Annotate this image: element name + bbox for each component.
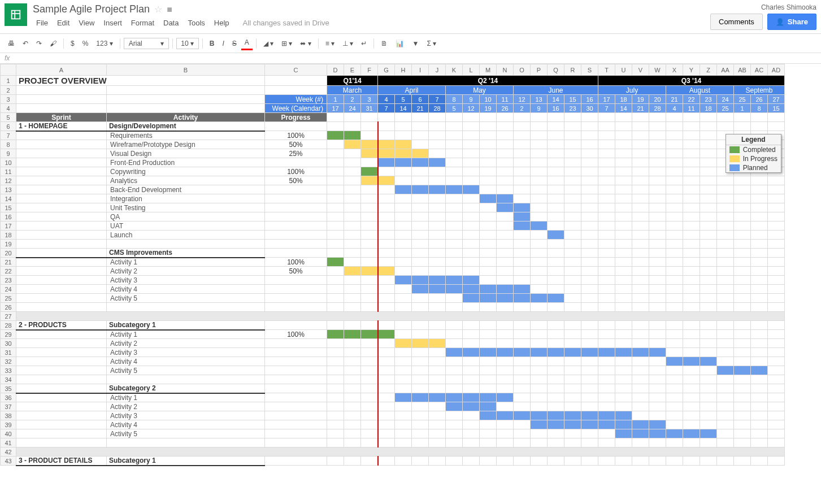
cell[interactable] [344, 357, 361, 366]
cell[interactable] [700, 122, 717, 131]
cell[interactable] [16, 357, 107, 366]
cell[interactable] [734, 240, 751, 249]
cell[interactable] [497, 167, 514, 176]
cell[interactable] [564, 203, 581, 212]
cell[interactable]: QA [107, 212, 265, 221]
cell[interactable] [751, 321, 768, 330]
cell[interactable] [734, 231, 751, 240]
cell[interactable] [361, 276, 378, 285]
cell[interactable] [615, 176, 632, 185]
cell[interactable] [463, 294, 480, 303]
cell[interactable]: 8 [1, 140, 16, 149]
cell[interactable] [548, 321, 564, 330]
cell[interactable] [463, 285, 480, 294]
cell[interactable] [649, 438, 666, 447]
cell[interactable] [649, 131, 666, 140]
cell[interactable] [412, 212, 429, 221]
cell[interactable]: Activity 3 [107, 276, 265, 285]
cell[interactable]: P [531, 64, 548, 76]
cell[interactable] [666, 176, 683, 185]
cell[interactable]: 30 [1, 339, 16, 348]
cell[interactable] [683, 158, 700, 167]
week-date[interactable]: 25 [717, 104, 734, 113]
month-cell[interactable]: Septemb [734, 86, 785, 95]
cell[interactable] [480, 420, 497, 429]
cell[interactable] [378, 330, 395, 339]
cell[interactable] [429, 348, 446, 357]
cell[interactable] [531, 429, 548, 438]
cell[interactable] [632, 339, 649, 348]
cell[interactable] [734, 420, 751, 429]
cell[interactable] [581, 249, 598, 258]
cell[interactable]: 1 - HOMEPAGE [16, 122, 107, 131]
cell[interactable] [463, 203, 480, 212]
cell[interactable] [361, 203, 378, 212]
cell[interactable] [751, 185, 768, 194]
cell[interactable] [412, 185, 429, 194]
week-date[interactable]: 15 [768, 104, 785, 113]
cell[interactable] [598, 429, 615, 438]
cell[interactable] [412, 294, 429, 303]
cell[interactable] [615, 420, 632, 429]
cell[interactable] [480, 357, 497, 366]
cell[interactable] [514, 176, 531, 185]
cell[interactable] [548, 212, 564, 221]
cell[interactable] [531, 366, 548, 375]
strikethrough-icon[interactable]: S [229, 37, 240, 50]
week-number[interactable]: 11 [497, 95, 514, 104]
cell[interactable] [344, 113, 361, 122]
cell[interactable] [395, 420, 412, 429]
progress-header[interactable]: Progress [265, 113, 327, 122]
cell[interactable] [615, 249, 632, 258]
cell[interactable] [395, 185, 412, 194]
cell[interactable] [463, 457, 480, 466]
cell[interactable] [564, 131, 581, 140]
cell[interactable] [683, 366, 700, 375]
cell[interactable] [463, 348, 480, 357]
cell[interactable] [734, 221, 751, 231]
cell[interactable] [598, 158, 615, 167]
cell[interactable] [327, 113, 344, 122]
cell[interactable] [327, 276, 344, 285]
cell[interactable] [734, 194, 751, 203]
cell[interactable] [683, 438, 700, 447]
cell[interactable] [632, 357, 649, 366]
cell[interactable] [446, 231, 463, 240]
cell[interactable] [666, 366, 683, 375]
cell[interactable] [564, 176, 581, 185]
week-number[interactable]: 12 [514, 95, 531, 104]
cell[interactable] [751, 285, 768, 294]
cell[interactable] [751, 429, 768, 438]
cell[interactable] [463, 212, 480, 221]
cell[interactable] [564, 420, 581, 429]
cell[interactable] [734, 357, 751, 366]
cell[interactable] [514, 375, 531, 384]
cell[interactable] [700, 457, 717, 466]
cell[interactable] [480, 176, 497, 185]
star-icon[interactable]: ☆ [154, 4, 162, 15]
cell[interactable] [497, 457, 514, 466]
cell[interactable] [700, 330, 717, 339]
cell[interactable] [497, 194, 514, 203]
cell[interactable] [344, 393, 361, 402]
cell[interactable] [734, 411, 751, 420]
cell[interactable] [265, 294, 327, 303]
cell[interactable] [548, 258, 564, 267]
cell[interactable] [615, 149, 632, 158]
cell[interactable] [615, 185, 632, 194]
cell[interactable] [751, 113, 768, 122]
cell[interactable] [564, 231, 581, 240]
cell[interactable] [632, 384, 649, 393]
cell[interactable] [734, 294, 751, 303]
cell[interactable] [734, 303, 751, 312]
cell[interactable] [395, 357, 412, 366]
cell[interactable] [666, 122, 683, 131]
cell[interactable] [344, 203, 361, 212]
cell[interactable] [581, 267, 598, 276]
cell[interactable] [378, 231, 395, 240]
cell[interactable] [666, 348, 683, 357]
paint-format-icon[interactable]: 🖌 [46, 37, 60, 50]
cell[interactable] [598, 113, 615, 122]
cell[interactable] [480, 149, 497, 158]
cell[interactable] [378, 321, 395, 330]
